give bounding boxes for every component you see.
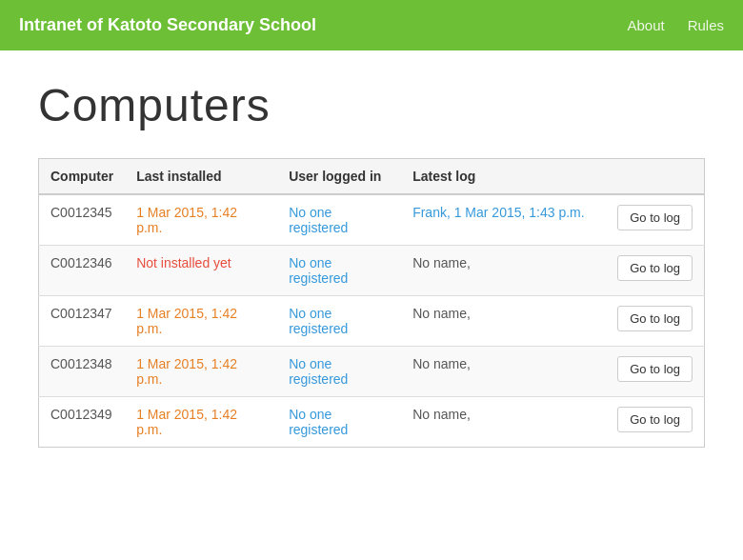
cell-installed: Not installed yet [125,246,277,296]
cell-log: No name, [401,397,606,448]
cell-action: Go to log [606,397,704,448]
cell-user: No one registered [277,347,401,397]
cell-user: No one registered [277,246,401,296]
cell-installed: 1 Mar 2015, 1:42 p.m. [125,194,277,246]
cell-user: No one registered [277,397,401,448]
col-header-user: User logged in [277,159,401,195]
cell-action: Go to log [606,296,704,347]
cell-log: Frank, 1 Mar 2015, 1:43 p.m. [401,194,606,246]
col-header-computer: Computer [39,159,126,195]
cell-computer: C0012348 [39,347,126,397]
cell-log: No name, [401,347,606,397]
go-to-log-button[interactable]: Go to log [617,205,693,230]
cell-computer: C0012347 [39,296,126,347]
page-title: Computers [38,79,705,131]
cell-computer: C0012345 [39,194,126,246]
cell-installed: 1 Mar 2015, 1:42 p.m. [125,347,277,397]
cell-action: Go to log [606,246,704,296]
main-content: Computers Computer Last installed User l… [0,50,743,476]
cell-installed: 1 Mar 2015, 1:42 p.m. [125,296,277,347]
go-to-log-button[interactable]: Go to log [617,356,693,382]
table-row: C0012346Not installed yetNo one register… [39,246,705,296]
cell-user: No one registered [277,194,401,246]
table-row: C00123491 Mar 2015, 1:42 p.m.No one regi… [39,397,705,448]
table-row: C00123471 Mar 2015, 1:42 p.m.No one regi… [39,296,705,347]
go-to-log-button[interactable]: Go to log [617,255,693,281]
cell-computer: C0012346 [39,246,126,296]
go-to-log-button[interactable]: Go to log [617,306,693,331]
table-header-row: Computer Last installed User logged in L… [39,159,705,195]
computers-table: Computer Last installed User logged in L… [38,158,705,448]
nav-link-rules[interactable]: Rules [688,17,724,33]
cell-action: Go to log [606,194,704,246]
cell-user: No one registered [277,296,401,347]
cell-computer: C0012349 [39,397,126,448]
col-header-installed: Last installed [125,159,277,195]
cell-log: No name, [401,246,606,296]
nav-link-about[interactable]: About [627,17,664,33]
cell-installed: 1 Mar 2015, 1:42 p.m. [125,397,277,448]
cell-action: Go to log [606,347,704,397]
col-header-log: Latest log [401,159,606,195]
go-to-log-button[interactable]: Go to log [617,407,693,432]
col-header-action [606,159,704,195]
cell-log: No name, [401,296,606,347]
nav-brand: Intranet of Katoto Secondary School [19,15,316,35]
navbar: Intranet of Katoto Secondary School Abou… [0,0,743,50]
table-row: C00123481 Mar 2015, 1:42 p.m.No one regi… [39,347,705,397]
table-row: C00123451 Mar 2015, 1:42 p.m.No one regi… [39,194,705,246]
